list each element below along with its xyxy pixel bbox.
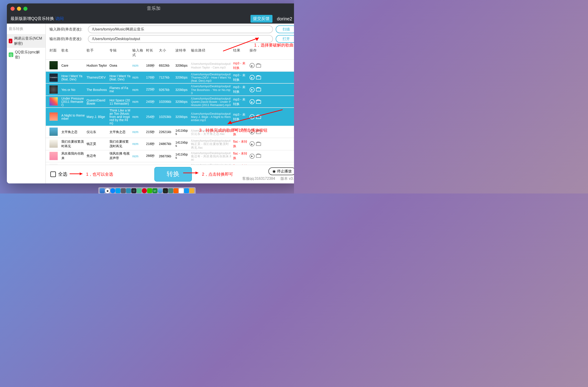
visit-link[interactable]: 访问 [55,16,64,22]
stop-play-button[interactable]: ◉ 停止播放 [268,167,294,175]
cell-bitrate: 1411kbps [174,153,190,159]
table-body[interactable]: Care Hudson Taylor Osea ncm 169秒 6922kb … [46,60,294,165]
dock-app4-icon[interactable] [137,188,142,193]
play-icon[interactable]: ▶ [250,63,255,68]
play-icon[interactable]: ▶ [250,99,255,104]
cell-duration: 266秒 [145,154,158,158]
dock-netease-icon[interactable] [142,188,147,193]
cell-format: ncm [131,142,145,146]
convert-button[interactable]: 转换 [154,167,192,182]
cell-album: How I Want Ya (feat. Dev) [108,74,131,81]
dock-app3-icon[interactable] [126,188,131,193]
cell-name: 太平角之恋 [61,130,86,134]
cell-result: mp3 - 未转换 [232,112,249,122]
cell-duration: 176秒 [145,75,158,80]
feedback-button[interactable]: 提交反馈 [250,15,272,22]
col-size: 大小 [158,48,174,58]
play-icon[interactable]: ▶ [250,142,255,147]
cell-size: 22621kb [158,130,174,134]
cell-artist: Thames/DEV [86,76,108,79]
cell-album: 太平角之恋 [108,130,131,134]
cell-name: How I Want Ya (feat. Dev) [61,74,86,81]
open-folder-icon[interactable] [256,115,261,119]
cell-format: ncm [131,64,145,67]
sidebar-title: 音乐转换 [7,23,45,34]
dock-app-icon[interactable] [110,188,115,193]
dock-finder-icon[interactable] [100,188,105,193]
table-row[interactable]: A Night to Remember Mary J. Blige Think … [46,108,294,126]
dock-chrome-icon[interactable]: ◉ [105,188,110,193]
titlebar[interactable]: 音乐加 [7,3,294,14]
dock[interactable]: ◉ IJ QC >_ [99,187,196,194]
play-icon[interactable]: ▶ [250,154,255,159]
cell-outpath: /Users/tomiyo/Desktop/output/Mary J. Bli… [190,112,232,122]
dock-windows-icon[interactable] [116,188,121,193]
cell-album: 我们在夏枝繁茂时再见 [108,139,131,149]
cell-result: flac - 未转换 [232,139,249,149]
open-folder-icon[interactable] [256,64,261,67]
maximize-window-icon[interactable] [23,6,27,11]
col-name: 歌名 [61,48,86,58]
cell-outpath: /Users/tomiyo/Desktop/output/钱正昊 - 我们在夏枝… [190,139,232,149]
cell-format: ncm [131,154,145,158]
cover-thumb [49,128,58,136]
scan-button[interactable]: 扫描 [276,25,294,33]
cell-artist: Hudson Taylor [86,64,108,67]
play-icon[interactable]: ▶ [250,87,255,92]
sidebar-item-qq[interactable]: Q QQ音乐(qmc解密) [7,48,45,62]
cell-size: 9267kb [158,88,174,91]
dock-terminal-icon[interactable]: >_ [163,188,168,193]
select-all-checkbox[interactable] [50,172,56,177]
dock-wechat-icon[interactable] [147,188,152,193]
table-row[interactable]: 太平角之恋 仅沁东 太平角之恋 ncm 215秒 22621kb 1411kbp… [46,126,294,138]
dock-app8-icon[interactable] [184,188,189,193]
cell-format: ncm [131,100,145,103]
open-folder-icon[interactable] [256,130,261,134]
cell-format: ncm [131,76,145,79]
open-button[interactable]: 打开 [276,35,294,43]
table-row[interactable]: 风吹着我向你跑来 焦迈奇 强风吹拂 电视原声带 ncm 266秒 26870kb… [46,150,294,162]
col-format: 输入格式 [131,48,145,58]
sidebar-item-netease[interactable]: ♪ 网易云音乐(NCM解密) [7,34,45,48]
open-folder-icon[interactable] [256,100,261,104]
table-row[interactable]: Under Pressure (2011 Remaster) Queen/Dav… [46,96,294,108]
table-row[interactable]: Yes or No The Bosshoss Flames of Fame nc… [46,84,294,96]
dock-app6-icon[interactable] [174,188,179,193]
play-icon[interactable]: ▶ [250,114,255,120]
cover-thumb [49,85,58,93]
minimize-window-icon[interactable] [17,6,21,11]
table-row[interactable]: Paint the Clouds Far East Movement/袁娅维 P… [46,162,294,165]
play-icon[interactable]: ▶ [250,75,255,80]
open-folder-icon[interactable] [256,154,261,158]
table-row[interactable]: 我们在夏枝繁茂时再见 钱正昊 我们在夏枝繁茂时再见 ncm 218秒 24867… [46,138,294,150]
cell-result: mp3 - 未转换 [232,73,249,82]
cell-bitrate: 320kbps [174,76,190,79]
col-cover: 封面 [48,48,61,58]
username-label[interactable]: dorine2 [277,16,294,21]
dock-app9-icon[interactable] [189,188,194,193]
play-icon[interactable]: ▶ [250,129,255,135]
output-path-field[interactable] [88,35,273,43]
table-row[interactable]: THAMES How I Want Ya (feat. Dev) Thames/… [46,72,294,84]
dock-app7-icon[interactable] [179,188,184,193]
input-path-field[interactable] [88,25,273,33]
table-row[interactable]: Care Hudson Taylor Osea ncm 169秒 6922kb … [46,60,294,72]
netease-icon: ♪ [9,39,12,43]
dock-app5-icon[interactable] [168,188,173,193]
sidebar-item-label: QQ音乐(qmc解密) [15,50,43,60]
cell-album: Flames of Fame [108,86,131,93]
open-folder-icon[interactable] [256,88,261,91]
open-folder-icon[interactable] [256,142,261,146]
dock-safari-icon[interactable] [158,188,163,193]
col-outpath: 输出路径 [190,48,232,58]
close-window-icon[interactable] [11,6,15,11]
dock-app2-icon[interactable] [121,188,126,193]
cell-artist: The Bosshoss [86,88,108,91]
dock-intellij-icon[interactable]: IJ [131,188,136,193]
cell-result: flac - 未转换 [232,128,249,137]
cover-thumb: THAMES [49,73,58,82]
dock-qc-icon[interactable]: QC [152,188,158,193]
cell-bitrate: 320kbps [174,64,190,67]
cell-album: Osea [108,64,131,67]
open-folder-icon[interactable] [256,76,261,79]
